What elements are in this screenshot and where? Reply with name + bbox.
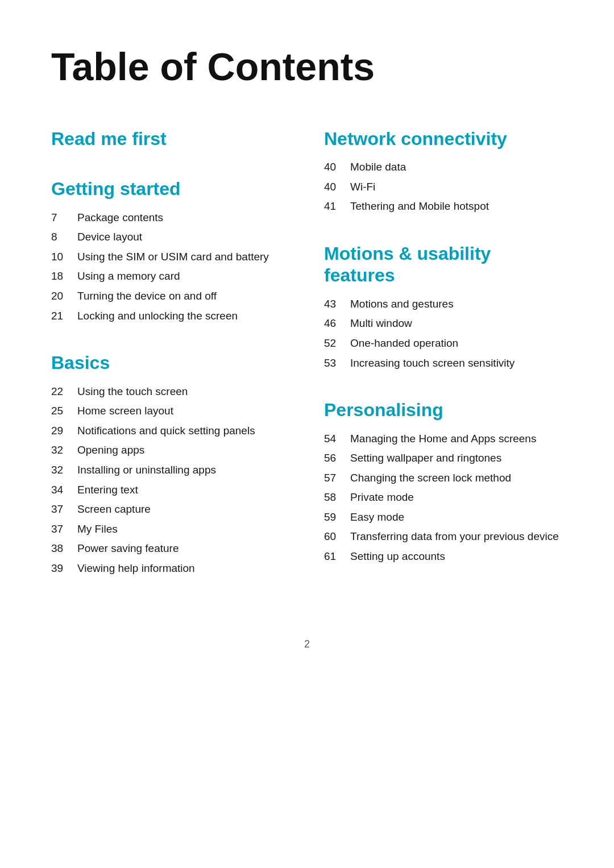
- toc-number: 20: [51, 289, 77, 304]
- toc-item: 37My Files: [51, 522, 290, 537]
- toc-number: 18: [51, 269, 77, 284]
- toc-number: 52: [324, 336, 350, 351]
- toc-number: 58: [324, 490, 350, 505]
- toc-number: 8: [51, 230, 77, 245]
- toc-item: 43Motions and gestures: [324, 297, 563, 312]
- section-basics: Basics22Using the touch screen25Home scr…: [51, 352, 290, 576]
- section-title-network-connectivity: Network connectivity: [324, 128, 563, 149]
- toc-label: Private mode: [350, 490, 414, 505]
- toc-number: 10: [51, 250, 77, 265]
- toc-label: Screen capture: [77, 502, 151, 517]
- toc-label: Mobile data: [350, 160, 406, 175]
- section-read-me-first: Read me first: [51, 128, 290, 149]
- toc-label: Device layout: [77, 230, 142, 245]
- left-column: Read me firstGetting started7Package con…: [51, 128, 290, 605]
- toc-list-personalising: 54Managing the Home and Apps screens56Se…: [324, 431, 563, 564]
- toc-item: 10Using the SIM or USIM card and battery: [51, 250, 290, 265]
- toc-number: 25: [51, 404, 77, 419]
- toc-label: Multi window: [350, 316, 412, 331]
- toc-label: Easy mode: [350, 510, 404, 525]
- toc-number: 53: [324, 356, 350, 371]
- toc-item: 8Device layout: [51, 230, 290, 245]
- toc-item: 52One-handed operation: [324, 336, 563, 351]
- toc-label: Using the SIM or USIM card and battery: [77, 250, 269, 265]
- toc-label: Transferring data from your previous dev…: [350, 529, 559, 545]
- toc-number: 56: [324, 451, 350, 466]
- toc-label: Notifications and quick setting panels: [77, 423, 255, 439]
- page-title: Table of Contents: [51, 45, 563, 88]
- toc-label: Opening apps: [77, 443, 144, 458]
- toc-label: Setting wallpaper and ringtones: [350, 451, 501, 466]
- toc-list-motions-usability: 43Motions and gestures46Multi window52On…: [324, 297, 563, 371]
- section-getting-started: Getting started7Package contents8Device …: [51, 178, 290, 323]
- toc-label: Package contents: [77, 210, 163, 226]
- toc-item: 61Setting up accounts: [324, 549, 563, 564]
- section-motions-usability: Motions & usability features43Motions an…: [324, 243, 563, 371]
- toc-label: Changing the screen lock method: [350, 471, 511, 486]
- toc-item: 29Notifications and quick setting panels: [51, 423, 290, 439]
- toc-item: 39Viewing help information: [51, 561, 290, 576]
- toc-item: 7Package contents: [51, 210, 290, 226]
- section-title-read-me-first: Read me first: [51, 128, 290, 149]
- toc-number: 32: [51, 463, 77, 478]
- toc-item: 60Transferring data from your previous d…: [324, 529, 563, 545]
- toc-label: Home screen layout: [77, 404, 173, 419]
- toc-label: Tethering and Mobile hotspot: [350, 199, 489, 214]
- toc-label: Increasing touch screen sensitivity: [350, 356, 515, 371]
- toc-number: 34: [51, 483, 77, 498]
- toc-label: Power saving feature: [77, 541, 179, 556]
- toc-number: 43: [324, 297, 350, 312]
- toc-item: 32Installing or uninstalling apps: [51, 463, 290, 478]
- toc-item: 18Using a memory card: [51, 269, 290, 284]
- toc-item: 57Changing the screen lock method: [324, 471, 563, 486]
- toc-item: 38Power saving feature: [51, 541, 290, 556]
- section-network-connectivity: Network connectivity40Mobile data40Wi-Fi…: [324, 128, 563, 214]
- toc-number: 22: [51, 384, 77, 400]
- toc-label: Wi-Fi: [350, 180, 375, 195]
- toc-label: Installing or uninstalling apps: [77, 463, 216, 478]
- toc-label: Using the touch screen: [77, 384, 188, 400]
- toc-list-network-connectivity: 40Mobile data40Wi-Fi41Tethering and Mobi…: [324, 160, 563, 214]
- toc-number: 29: [51, 423, 77, 439]
- toc-label: Entering text: [77, 483, 138, 498]
- toc-label: One-handed operation: [350, 336, 458, 351]
- toc-number: 38: [51, 541, 77, 556]
- toc-number: 54: [324, 431, 350, 447]
- toc-number: 41: [324, 199, 350, 214]
- toc-number: 7: [51, 210, 77, 226]
- section-title-getting-started: Getting started: [51, 178, 290, 200]
- toc-number: 59: [324, 510, 350, 525]
- page-footer: 2: [51, 638, 563, 650]
- section-title-basics: Basics: [51, 352, 290, 373]
- right-column: Network connectivity40Mobile data40Wi-Fi…: [324, 128, 563, 605]
- toc-item: 56Setting wallpaper and ringtones: [324, 451, 563, 466]
- toc-list-basics: 22Using the touch screen25Home screen la…: [51, 384, 290, 576]
- toc-number: 37: [51, 522, 77, 537]
- toc-label: Using a memory card: [77, 269, 180, 284]
- toc-item: 53Increasing touch screen sensitivity: [324, 356, 563, 371]
- toc-number: 61: [324, 549, 350, 564]
- toc-item: 40Wi-Fi: [324, 180, 563, 195]
- toc-number: 37: [51, 502, 77, 517]
- section-title-personalising: Personalising: [324, 399, 563, 421]
- toc-label: Motions and gestures: [350, 297, 454, 312]
- page-number: 2: [304, 638, 310, 650]
- toc-item: 46Multi window: [324, 316, 563, 331]
- toc-list-getting-started: 7Package contents8Device layout10Using t…: [51, 210, 290, 324]
- toc-item: 32Opening apps: [51, 443, 290, 458]
- toc-label: Viewing help information: [77, 561, 195, 576]
- toc-item: 37Screen capture: [51, 502, 290, 517]
- toc-label: Managing the Home and Apps screens: [350, 431, 536, 447]
- toc-number: 46: [324, 316, 350, 331]
- toc-item: 21Locking and unlocking the screen: [51, 309, 290, 324]
- toc-item: 22Using the touch screen: [51, 384, 290, 400]
- toc-number: 40: [324, 180, 350, 195]
- toc-item: 40Mobile data: [324, 160, 563, 175]
- toc-number: 40: [324, 160, 350, 175]
- section-title-motions-usability: Motions & usability features: [324, 243, 563, 286]
- toc-number: 57: [324, 471, 350, 486]
- toc-item: 25Home screen layout: [51, 404, 290, 419]
- toc-number: 39: [51, 561, 77, 576]
- toc-item: 54Managing the Home and Apps screens: [324, 431, 563, 447]
- toc-item: 20Turning the device on and off: [51, 289, 290, 304]
